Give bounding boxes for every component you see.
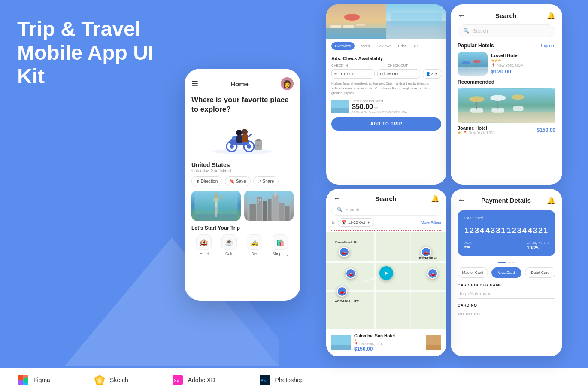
map-hotel-price: $150.00 — [354, 346, 423, 352]
place-image-liberty — [191, 191, 241, 221]
recommended-image — [458, 88, 555, 123]
map-search-placeholder: Search — [346, 207, 359, 212]
navigation-pin[interactable]: ➤ — [379, 266, 393, 280]
check-out-label: CHECK OUT — [388, 64, 441, 67]
map-pin-4[interactable]: 🚗 — [427, 268, 438, 279]
card-num-2: 4331 — [485, 226, 506, 235]
search-input-box[interactable]: 🔍 Search — [458, 24, 555, 37]
joanne-price: $150.00 — [537, 127, 555, 133]
category-shopping[interactable]: 🛍️ Shopping — [272, 234, 288, 256]
mastercard-btn[interactable]: Master Card — [458, 267, 488, 278]
lowell-hotel-info: Lowell Hotel ★★★ 📍 New York, USA $120.00 — [491, 53, 555, 75]
joanne-stars: ★ — [458, 131, 461, 135]
svg-point-12 — [242, 129, 248, 135]
svg-rect-51 — [331, 108, 349, 113]
map-pin-2[interactable]: 🚗 — [421, 247, 431, 257]
lowell-hotel-stars: ★★★ — [491, 58, 555, 63]
svg-rect-49 — [391, 13, 442, 26]
map-hotel-name: Colombia Sun Hotel — [354, 334, 423, 338]
search-back-btn[interactable]: ← — [458, 11, 465, 20]
map-pin-5[interactable]: 🚗 — [337, 286, 347, 297]
map-filters: ⚙ 📅 12-22 Oct ▼ More Filters — [326, 218, 446, 230]
visacard-btn[interactable]: Visa Card — [491, 267, 522, 278]
menu-icon[interactable]: ☰ — [191, 79, 198, 88]
phone-question: Where is your favorite place to explore? — [191, 95, 294, 114]
date-filter-chip[interactable]: 📅 12-22 Oct ▼ — [338, 218, 374, 227]
right-top-row: Overview Scores Reviews Price Up Ads. Ch… — [326, 4, 579, 185]
map-back-btn[interactable]: ← — [333, 194, 341, 203]
place-image-city — [244, 191, 294, 221]
debitcard-btn[interactable]: Debit Card — [525, 267, 555, 278]
svg-line-9 — [248, 134, 251, 137]
svg-rect-38 — [260, 199, 261, 201]
explore-link[interactable]: Explore — [541, 43, 555, 48]
hotel-list-item-lowell[interactable]: Lowell Hotel ★★★ 📍 New York, USA $120.00 — [458, 52, 555, 76]
lowell-hotel-name: Lowell Hotel — [491, 53, 555, 58]
cvc-label: CVC — [464, 241, 472, 245]
validity-value: 10/25 — [527, 245, 549, 250]
search-bell-icon[interactable]: 🔔 — [547, 12, 555, 20]
joanne-hotel-info: Joanne Hotel ★ 📍 New York, USA — [458, 125, 495, 135]
map-screen-card: ← Search 🔔 🔍 Search ⚙ 📅 12-22 Oct ▼ More — [326, 189, 446, 356]
hotel-price-image — [331, 100, 349, 113]
map-road-h1 — [326, 261, 446, 263]
recommended-footer: Joanne Hotel ★ 📍 New York, USA $150.00 — [458, 125, 555, 135]
hotel-detail-card: Overview Scores Reviews Price Up Ads. Ch… — [326, 4, 446, 185]
direction-btn[interactable]: ⬆ Direction — [191, 176, 222, 186]
action-buttons: ⬆ Direction 🔖 Save ↗ Share — [191, 176, 294, 186]
payment-back-btn[interactable]: ← — [458, 196, 465, 205]
payment-bell-icon[interactable]: 🔔 — [547, 196, 555, 204]
hotel-icon-box: 🏨 — [196, 234, 212, 250]
debit-card-label: Debit Card — [464, 216, 549, 220]
svg-rect-26 — [195, 214, 238, 221]
price-per: /Per — [374, 106, 379, 109]
svg-rect-72 — [426, 345, 441, 350]
tab-price[interactable]: Price — [395, 42, 411, 50]
svg-rect-29 — [257, 197, 262, 221]
svg-rect-34 — [275, 191, 276, 195]
des-icon-box: 🚕 — [247, 234, 262, 250]
category-des[interactable]: 🚕 Des — [247, 234, 262, 256]
home-title: Home — [230, 80, 249, 88]
svg-rect-30 — [263, 201, 267, 221]
trip-section-title: Let's Start Your Trip — [191, 225, 294, 231]
check-in-field[interactable]: Mon, 01 Oct — [331, 69, 375, 79]
map-bell-icon[interactable]: 🔔 — [431, 194, 439, 203]
map-road-v1 — [374, 232, 376, 329]
add-to-trip-button[interactable]: ADD TO TRIP — [331, 117, 441, 131]
svg-line-21 — [215, 192, 215, 194]
arcadia-label: ARCADIA LITE — [335, 299, 359, 303]
svg-point-8 — [247, 144, 251, 149]
category-hotel[interactable]: 🏨 Hotel — [196, 234, 212, 256]
save-btn[interactable]: 🔖 Save — [225, 176, 251, 186]
search-screen-title: Search — [495, 12, 517, 19]
svg-point-54 — [462, 61, 470, 64]
tab-reviews[interactable]: Reviews — [373, 42, 395, 50]
avail-row: Mon, 01 Oct Fri, 05 Oct 👤 8 ▼ — [331, 69, 441, 79]
more-filters-link[interactable]: More Filters — [421, 220, 441, 225]
svg-line-23 — [217, 192, 218, 194]
map-pin-1[interactable]: 🚗 — [339, 247, 349, 257]
card-no-input[interactable]: •••• •••• •••• — [458, 309, 555, 319]
avatar[interactable]: 👩 — [281, 77, 294, 90]
svg-point-64 — [469, 96, 485, 102]
filter-icon: ⚙ — [331, 220, 335, 225]
check-out-field[interactable]: Fri, 05 Oct — [377, 69, 421, 79]
tab-overview[interactable]: Overview — [331, 42, 355, 50]
share-btn[interactable]: ↗ Share — [253, 176, 279, 186]
map-bottom-card: Colombia Sun Hotel ★ 📍 Colombia, USA $15… — [326, 329, 446, 356]
holder-name-input[interactable]: Hugh Saturation — [458, 289, 555, 299]
svg-rect-36 — [285, 206, 290, 221]
tab-up[interactable]: Up — [410, 42, 422, 50]
category-cafe[interactable]: ☕ Cafe — [221, 234, 237, 256]
hotel-image-left — [326, 4, 386, 39]
svg-rect-43 — [343, 25, 354, 28]
tab-scores[interactable]: Scores — [355, 42, 373, 50]
svg-point-25 — [221, 196, 222, 198]
svg-point-46 — [344, 14, 360, 21]
holder-name-label: CARD HOLDER NAME — [458, 283, 555, 287]
cvc-value: *** — [464, 245, 472, 250]
guests-field[interactable]: 👤 8 ▼ — [423, 69, 441, 79]
map-pin-3[interactable]: 🚗 — [346, 268, 356, 279]
cafe-icon-box: ☕ — [221, 234, 237, 250]
